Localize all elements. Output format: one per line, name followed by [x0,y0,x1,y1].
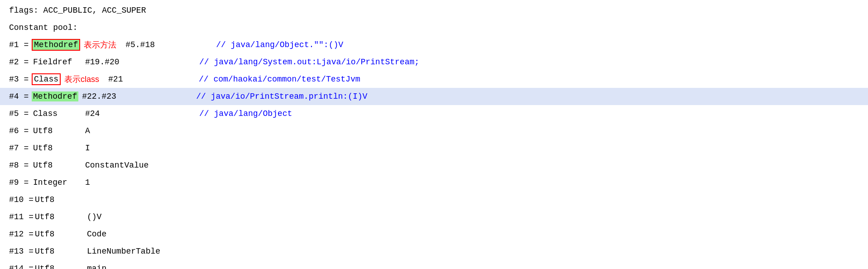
table-row: #13 = Utf8LineNumberTable [0,243,868,260]
flags-line: flags: ACC_PUBLIC, ACC_SUPER [0,2,868,19]
entry-ref: ConstantValue [82,161,181,170]
entry-number: #12 = [9,230,34,239]
table-row: #8 = Utf8ConstantValue [0,157,868,174]
table-row: #11 = Utf8()V [0,208,868,226]
entry-ref: main [83,264,183,269]
entry-type: Utf8 [32,126,82,135]
entry-comment: // java/lang/Object."":()V [198,40,343,49]
entry-type: Fieldref [32,58,82,67]
entry-type: Utf8 [34,195,83,204]
table-row: #9 = Integer1 [0,174,868,191]
annotation-text: 表示方法 [84,39,116,50]
entry-ref: ()V [83,212,183,221]
table-row: #3 = Class表示class#21// com/haokai/common… [0,71,868,88]
entry-ref: I [82,144,181,153]
entry-ref: 1 [82,178,181,187]
entry-comment: // java/lang/Object [181,109,292,118]
entry-ref: #24 [82,109,181,118]
entry-number: #6 = [9,126,32,135]
entry-number: #7 = [9,144,32,153]
entry-type: Utf8 [34,264,83,269]
entry-number: #4 = [9,92,32,101]
entry-type: Utf8 [34,230,83,239]
entry-type: Utf8 [34,212,83,221]
entry-number: #9 = [9,178,32,187]
entry-number: #10 = [9,195,34,204]
code-container: flags: ACC_PUBLIC, ACC_SUPER Constant po… [0,0,868,269]
entry-number: #8 = [9,161,32,170]
entry-ref: #19.#20 [82,58,181,67]
entries-container: #1 = Methodref表示方法#5.#18// java/lang/Obj… [0,36,868,269]
entry-number: #2 = [9,58,32,67]
table-row: #7 = Utf8I [0,139,868,157]
constant-pool-label: Constant pool: [9,23,77,32]
entry-number: #3 = [9,75,32,84]
table-row: #5 = Class#24// java/lang/Object [0,105,868,122]
entry-number: #1 = [9,40,32,49]
entry-type: Methodref [32,91,78,101]
constant-pool-label-line: Constant pool: [0,19,868,36]
entry-number: #13 = [9,247,34,256]
entry-comment: // com/haokai/common/test/TestJvm [181,75,360,84]
entry-ref: #5.#18 [116,40,198,49]
entry-type: Class [32,109,82,118]
annotation-text: 表示class [64,74,99,85]
table-row: #2 = Fieldref#19.#20// java/lang/System.… [0,53,868,71]
entry-type: Class [32,73,61,85]
entry-ref: #21 [99,75,181,84]
table-row: #1 = Methodref表示方法#5.#18// java/lang/Obj… [0,36,868,53]
flags-text: flags: ACC_PUBLIC, ACC_SUPER [9,6,146,15]
entry-ref: #22.#23 [78,92,178,101]
entry-number: #5 = [9,109,32,118]
entry-number: #11 = [9,212,34,221]
entry-type: Utf8 [34,247,83,256]
entry-type: Integer [32,178,82,187]
table-row: #14 = Utf8main [0,260,868,269]
table-row: #12 = Utf8Code [0,226,868,243]
entry-type: Methodref [32,39,80,51]
entry-ref: Code [83,230,183,239]
table-row: #6 = Utf8A [0,122,868,139]
entry-ref: LineNumberTable [83,247,183,256]
entry-type: Utf8 [32,161,82,170]
entry-number: #14 = [9,264,34,269]
entry-comment: // java/lang/System.out:Ljava/io/PrintSt… [181,58,419,67]
entry-comment: // java/io/PrintStream.println:(I)V [178,92,367,101]
table-row: #10 = Utf8 [0,191,868,208]
entry-ref: A [82,126,181,135]
table-row: #4 = Methodref#22.#23// java/io/PrintStr… [0,88,868,105]
entry-type: Utf8 [32,144,82,153]
